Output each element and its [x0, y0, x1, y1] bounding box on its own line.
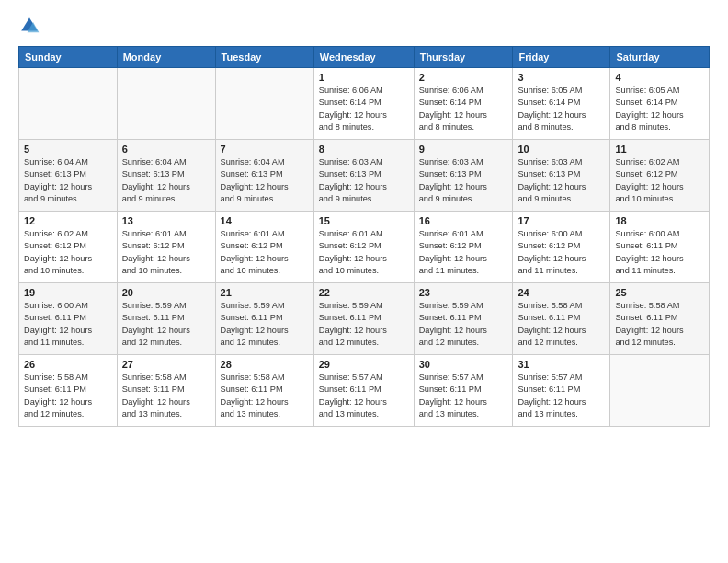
calendar-cell: 2Sunrise: 6:06 AM Sunset: 6:14 PM Daylig…: [414, 68, 513, 140]
day-number: 2: [419, 72, 508, 83]
day-number: 26: [24, 359, 112, 370]
day-info: Sunrise: 5:59 AM Sunset: 6:11 PM Dayligh…: [419, 300, 508, 349]
day-info: Sunrise: 6:03 AM Sunset: 6:13 PM Dayligh…: [319, 156, 409, 205]
day-number: 24: [518, 287, 605, 298]
logo: [18, 15, 42, 37]
calendar-cell: 12Sunrise: 6:02 AM Sunset: 6:12 PM Dayli…: [19, 212, 118, 283]
day-number: 21: [221, 287, 309, 298]
calendar-day-header: Tuesday: [215, 47, 313, 68]
calendar-day-header: Sunday: [19, 47, 118, 68]
calendar-week-row: 19Sunrise: 6:00 AM Sunset: 6:11 PM Dayli…: [19, 283, 710, 355]
calendar-cell: 7Sunrise: 6:04 AM Sunset: 6:13 PM Daylig…: [215, 140, 313, 212]
day-number: 13: [122, 215, 210, 226]
calendar-cell: 29Sunrise: 5:57 AM Sunset: 6:11 PM Dayli…: [313, 355, 414, 427]
day-info: Sunrise: 5:58 AM Sunset: 6:11 PM Dayligh…: [24, 372, 112, 420]
calendar-cell: 4Sunrise: 6:05 AM Sunset: 6:14 PM Daylig…: [610, 68, 710, 140]
day-info: Sunrise: 6:06 AM Sunset: 6:14 PM Dayligh…: [319, 85, 409, 133]
day-info: Sunrise: 6:02 AM Sunset: 6:12 PM Dayligh…: [615, 156, 704, 205]
day-number: 25: [615, 287, 704, 298]
calendar-day-header: Monday: [117, 47, 215, 68]
day-info: Sunrise: 6:04 AM Sunset: 6:13 PM Dayligh…: [122, 156, 210, 205]
day-number: 22: [319, 287, 409, 298]
calendar-week-row: 12Sunrise: 6:02 AM Sunset: 6:12 PM Dayli…: [19, 212, 710, 283]
calendar-cell: 8Sunrise: 6:03 AM Sunset: 6:13 PM Daylig…: [313, 140, 414, 212]
calendar-cell: 16Sunrise: 6:01 AM Sunset: 6:12 PM Dayli…: [414, 212, 513, 283]
day-number: 27: [122, 359, 210, 370]
calendar-cell: 6Sunrise: 6:04 AM Sunset: 6:13 PM Daylig…: [117, 140, 215, 212]
day-number: 28: [221, 359, 309, 370]
day-number: 4: [615, 72, 704, 83]
day-number: 23: [419, 287, 508, 298]
day-number: 9: [419, 144, 508, 155]
day-info: Sunrise: 5:58 AM Sunset: 6:11 PM Dayligh…: [518, 300, 605, 349]
day-number: 10: [518, 144, 605, 155]
day-number: 14: [221, 215, 309, 226]
calendar-day-header: Friday: [513, 47, 610, 68]
day-info: Sunrise: 6:00 AM Sunset: 6:11 PM Dayligh…: [615, 228, 704, 277]
day-number: 19: [24, 287, 112, 298]
day-number: 5: [24, 144, 112, 155]
day-number: 30: [419, 359, 508, 370]
day-number: 15: [319, 215, 409, 226]
page: SundayMondayTuesdayWednesdayThursdayFrid…: [0, 0, 728, 563]
day-number: 12: [24, 215, 112, 226]
day-number: 20: [122, 287, 210, 298]
header: [18, 15, 710, 37]
day-number: 3: [518, 72, 605, 83]
day-info: Sunrise: 6:02 AM Sunset: 6:12 PM Dayligh…: [24, 228, 112, 277]
day-number: 11: [615, 144, 704, 155]
day-info: Sunrise: 5:58 AM Sunset: 6:11 PM Dayligh…: [221, 372, 309, 420]
calendar-cell: 14Sunrise: 6:01 AM Sunset: 6:12 PM Dayli…: [215, 212, 313, 283]
calendar-cell: 26Sunrise: 5:58 AM Sunset: 6:11 PM Dayli…: [19, 355, 118, 427]
day-number: 18: [615, 215, 704, 226]
calendar-cell: 21Sunrise: 5:59 AM Sunset: 6:11 PM Dayli…: [215, 283, 313, 355]
day-info: Sunrise: 5:58 AM Sunset: 6:11 PM Dayligh…: [122, 372, 210, 420]
calendar-cell: 24Sunrise: 5:58 AM Sunset: 6:11 PM Dayli…: [513, 283, 610, 355]
calendar-header-row: SundayMondayTuesdayWednesdayThursdayFrid…: [19, 47, 710, 68]
day-number: 29: [319, 359, 409, 370]
calendar-cell: 18Sunrise: 6:00 AM Sunset: 6:11 PM Dayli…: [610, 212, 710, 283]
calendar-cell: [215, 68, 313, 140]
day-info: Sunrise: 6:01 AM Sunset: 6:12 PM Dayligh…: [221, 228, 309, 277]
calendar-cell: [610, 355, 710, 427]
calendar-cell: 17Sunrise: 6:00 AM Sunset: 6:12 PM Dayli…: [513, 212, 610, 283]
day-number: 6: [122, 144, 210, 155]
day-info: Sunrise: 6:01 AM Sunset: 6:12 PM Dayligh…: [319, 228, 409, 277]
calendar-cell: 9Sunrise: 6:03 AM Sunset: 6:13 PM Daylig…: [414, 140, 513, 212]
day-info: Sunrise: 5:57 AM Sunset: 6:11 PM Dayligh…: [419, 372, 508, 420]
calendar-cell: 30Sunrise: 5:57 AM Sunset: 6:11 PM Dayli…: [414, 355, 513, 427]
calendar-day-header: Saturday: [610, 47, 710, 68]
day-info: Sunrise: 6:01 AM Sunset: 6:12 PM Dayligh…: [419, 228, 508, 277]
day-info: Sunrise: 6:05 AM Sunset: 6:14 PM Dayligh…: [615, 85, 704, 133]
calendar-table: SundayMondayTuesdayWednesdayThursdayFrid…: [18, 46, 710, 427]
day-info: Sunrise: 5:57 AM Sunset: 6:11 PM Dayligh…: [518, 372, 605, 420]
day-info: Sunrise: 6:04 AM Sunset: 6:13 PM Dayligh…: [24, 156, 112, 205]
calendar-cell: 13Sunrise: 6:01 AM Sunset: 6:12 PM Dayli…: [117, 212, 215, 283]
calendar-week-row: 5Sunrise: 6:04 AM Sunset: 6:13 PM Daylig…: [19, 140, 710, 212]
day-number: 31: [518, 359, 605, 370]
calendar-cell: 25Sunrise: 5:58 AM Sunset: 6:11 PM Dayli…: [610, 283, 710, 355]
calendar-cell: 15Sunrise: 6:01 AM Sunset: 6:12 PM Dayli…: [313, 212, 414, 283]
calendar-cell: 1Sunrise: 6:06 AM Sunset: 6:14 PM Daylig…: [313, 68, 414, 140]
day-number: 7: [221, 144, 309, 155]
calendar-cell: 28Sunrise: 5:58 AM Sunset: 6:11 PM Dayli…: [215, 355, 313, 427]
calendar-cell: 3Sunrise: 6:05 AM Sunset: 6:14 PM Daylig…: [513, 68, 610, 140]
calendar-cell: 20Sunrise: 5:59 AM Sunset: 6:11 PM Dayli…: [117, 283, 215, 355]
calendar-cell: 27Sunrise: 5:58 AM Sunset: 6:11 PM Dayli…: [117, 355, 215, 427]
day-info: Sunrise: 5:57 AM Sunset: 6:11 PM Dayligh…: [319, 372, 409, 420]
day-info: Sunrise: 5:59 AM Sunset: 6:11 PM Dayligh…: [122, 300, 210, 349]
day-info: Sunrise: 6:03 AM Sunset: 6:13 PM Dayligh…: [419, 156, 508, 205]
day-info: Sunrise: 6:03 AM Sunset: 6:13 PM Dayligh…: [518, 156, 605, 205]
calendar-week-row: 26Sunrise: 5:58 AM Sunset: 6:11 PM Dayli…: [19, 355, 710, 427]
day-info: Sunrise: 6:05 AM Sunset: 6:14 PM Dayligh…: [518, 85, 605, 133]
calendar-cell: [117, 68, 215, 140]
day-number: 1: [319, 72, 409, 83]
day-info: Sunrise: 6:06 AM Sunset: 6:14 PM Dayligh…: [419, 85, 508, 133]
calendar-day-header: Wednesday: [313, 47, 414, 68]
day-info: Sunrise: 5:59 AM Sunset: 6:11 PM Dayligh…: [319, 300, 409, 349]
logo-icon: [18, 15, 40, 37]
day-info: Sunrise: 5:59 AM Sunset: 6:11 PM Dayligh…: [221, 300, 309, 349]
calendar-cell: 11Sunrise: 6:02 AM Sunset: 6:12 PM Dayli…: [610, 140, 710, 212]
calendar-week-row: 1Sunrise: 6:06 AM Sunset: 6:14 PM Daylig…: [19, 68, 710, 140]
calendar-cell: 10Sunrise: 6:03 AM Sunset: 6:13 PM Dayli…: [513, 140, 610, 212]
